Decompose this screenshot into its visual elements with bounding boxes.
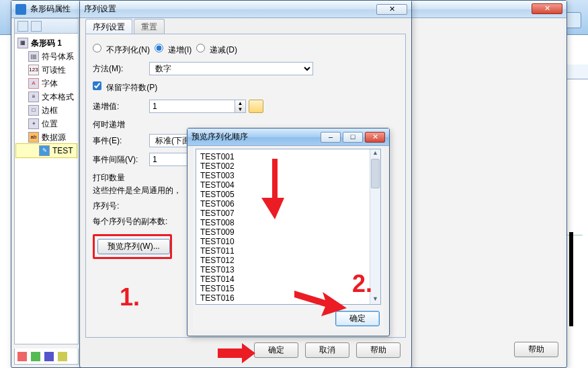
list-item[interactable]: TEST003 [200,171,376,180]
tree-toolbar [15,19,78,34]
radio-none[interactable]: 不序列化(N) [93,44,150,56]
method-label: 方法(M): [93,63,149,75]
event-label: 事件(E): [93,135,149,147]
tree-item[interactable]: 123可读性 [16,63,77,77]
list-item[interactable]: TEST008 [200,218,376,227]
list-item[interactable]: TEST005 [200,190,376,199]
list-item[interactable]: TEST009 [200,227,376,237]
list-item[interactable]: TEST014 [200,274,376,284]
scroll-up-icon[interactable]: ▲ [370,149,380,158]
tool-icon[interactable] [58,352,67,361]
help-button[interactable]: 帮助 [356,342,401,358]
tool-icon[interactable] [44,352,54,361]
radio-inc[interactable]: 递增(I) [155,44,192,56]
tree-leaf-selected[interactable]: ✎TEST [16,144,77,157]
help-button[interactable]: 帮助 [514,342,558,357]
list-item[interactable]: TEST011 [200,246,376,256]
tabstrip: 序列设置 重置 [85,18,406,34]
list-item[interactable]: TEST006 [200,199,376,209]
list-item[interactable]: TEST015 [200,284,376,293]
preview-button-highlight: 预览序列(W)... [93,234,172,259]
preview-sequence-button[interactable]: 预览序列(W)... [97,239,170,254]
tool-icon[interactable] [17,352,27,361]
tree-bottom-tools [14,348,79,365]
tree-item[interactable]: A字体 [16,77,77,90]
list-item[interactable]: TEST013 [200,265,376,274]
list-item[interactable]: TEST007 [200,209,376,218]
scrollbar[interactable]: ▲ ▼ [370,149,380,304]
tab-reset[interactable]: 重置 [134,19,165,34]
tree-item[interactable]: ab数据源 [16,131,77,144]
window-title: 条形码属性 [30,3,71,15]
tree-tool-icon[interactable] [17,21,28,32]
scroll-down-icon[interactable]: ▼ [370,295,380,304]
preview-sequence-dialog: 预览序列化顺序 – □ ✕ TEST001TEST002TEST003TEST0… [187,128,390,336]
radio-dec[interactable]: 递减(D) [196,44,237,56]
ok-button[interactable]: 确定 [335,311,380,326]
window-title: 预览序列化顺序 [192,131,248,143]
spinner[interactable]: ▲▼ [235,100,246,113]
list-item[interactable]: TEST001 [200,152,376,161]
close-icon[interactable]: ✕ [532,3,562,14]
tree-root[interactable]: ▦条形码 1 [16,36,77,50]
window-title: 序列设置 [84,3,116,15]
maximize-icon[interactable]: □ [343,132,363,143]
tab-sequence[interactable]: 序列设置 [85,19,132,34]
interval-input[interactable] [149,153,190,166]
incval-label: 递增值: [93,101,149,112]
tree-pane: ▦条形码 1 ||||符号体系 123可读性 A字体 ≡文本格式 □边框 ⌖位置… [14,18,79,344]
preview-listbox[interactable]: TEST001TEST002TEST003TEST004TEST005TEST0… [196,149,381,305]
minimize-icon[interactable]: – [321,132,341,143]
method-select[interactable]: 数字 [149,62,313,75]
tree-item[interactable]: ≡文本格式 [16,90,77,104]
serialize-radios: 不序列化(N) 递增(I) 递减(D) [93,41,398,59]
tree-item[interactable]: ⌖位置 [16,117,77,131]
close-icon[interactable]: ✕ [376,4,407,15]
interval-label: 事件间隔(V): [93,154,149,165]
preserve-check[interactable]: 保留字符数(P) [93,81,157,94]
list-item[interactable]: TEST002 [200,161,376,171]
app-icon [15,4,26,15]
tree-item[interactable]: □边框 [16,104,77,117]
list-item[interactable]: TEST004 [200,180,376,190]
tree-tool-icon[interactable] [31,21,42,32]
incval-aux-button[interactable] [249,100,263,113]
close-icon[interactable]: ✕ [365,132,385,143]
list-item[interactable]: TEST017 [200,303,376,305]
list-item[interactable]: TEST016 [200,293,376,303]
tree-item[interactable]: ||||符号体系 [16,50,77,63]
list-item[interactable]: TEST012 [200,256,376,265]
list-item[interactable]: TEST010 [200,237,376,246]
scroll-thumb[interactable] [371,159,380,188]
incval-input[interactable] [149,100,235,113]
ok-button[interactable]: 确定 [254,342,298,358]
cancel-button[interactable]: 取消 [305,342,349,358]
tool-icon[interactable] [31,352,40,361]
